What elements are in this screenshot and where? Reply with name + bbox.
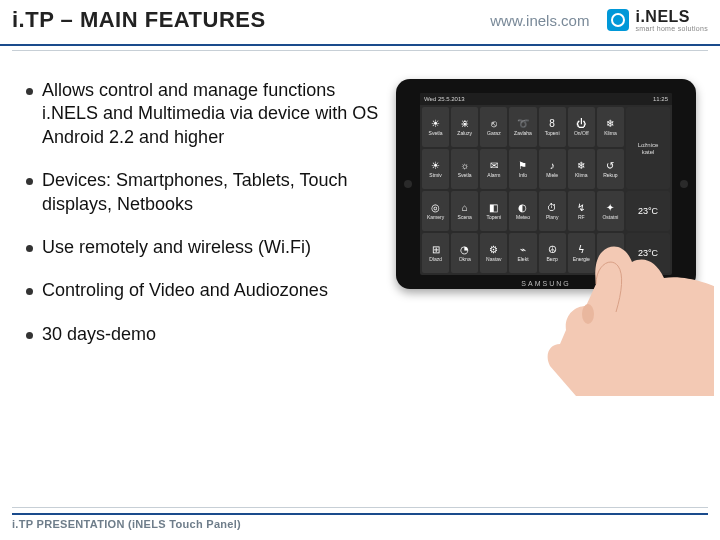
tablet-illustration: Wed 25.5.2013 11:25 ☀Svetla⛯Zaluzy⎋Garaz… (396, 79, 706, 366)
app-tile[interactable]: ↯RF (568, 191, 595, 231)
app-tile[interactable]: 8Topeni (539, 107, 566, 147)
tile-icon: ✉ (490, 161, 498, 171)
logo-icon (607, 9, 629, 31)
slide-footer: i.TP PRESENTATION (iNELS Touch Panel) (12, 507, 708, 530)
tile-label: Topeni (545, 131, 560, 136)
tile-label: More (605, 257, 616, 262)
status-bar: Wed 25.5.2013 11:25 (420, 93, 672, 105)
tile-icon: ☀ (431, 161, 440, 171)
list-item: Controling of Video and Audiozones (24, 279, 388, 302)
app-tile[interactable]: ⚑Info (509, 149, 536, 189)
tablet-screen: Wed 25.5.2013 11:25 ☀Svetla⛯Zaluzy⎋Garaz… (420, 93, 672, 275)
app-tile[interactable]: ◐Meteo (509, 191, 536, 231)
list-item: Allows control and manage functions i.NE… (24, 79, 388, 149)
tile-icon: ⏱ (547, 203, 557, 213)
tile-label: Zaluzy (457, 131, 472, 136)
tile-label: Dlazd (429, 257, 442, 262)
tile-icon: ⏻ (576, 119, 586, 129)
tablet-frame: Wed 25.5.2013 11:25 ☀Svetla⛯Zaluzy⎋Garaz… (396, 79, 696, 289)
app-tile[interactable]: ❄Klima (597, 107, 624, 147)
tile-icon: ⚙ (489, 245, 498, 255)
tile-icon: ↺ (606, 161, 614, 171)
tile-label: Klima (604, 131, 617, 136)
tile-label: Elekt (517, 257, 528, 262)
app-tile[interactable]: ✦Ostatni (597, 191, 624, 231)
tile-icon: ⌁ (520, 245, 526, 255)
tile-label: Klima (575, 173, 588, 178)
tile-icon: ◧ (489, 203, 498, 213)
tile-icon: ☀ (431, 119, 440, 129)
app-tile[interactable]: ⌂Scena (451, 191, 478, 231)
app-tile[interactable]: ◔Okna (451, 233, 478, 273)
tile-icon: ↯ (577, 203, 585, 213)
tile-label: Plany (546, 215, 559, 220)
tile-icon: ✦ (606, 203, 614, 213)
list-item: 30 days-demo (24, 323, 388, 346)
tile-label: Bezp (546, 257, 557, 262)
tile-label: On/Off (574, 131, 589, 136)
tile-label: Miele (546, 173, 558, 178)
tile-label: Garaz (487, 131, 501, 136)
statusbar-date: Wed 25.5.2013 (424, 96, 465, 102)
app-tile[interactable]: ⏻On/Off (568, 107, 595, 147)
side-panel-temp[interactable]: 23°C (626, 191, 670, 231)
app-tile[interactable]: ➰Zavlaha (509, 107, 536, 147)
app-tile[interactable]: ⌁Elekt (509, 233, 536, 273)
app-tile[interactable]: ⚙Nastav (480, 233, 507, 273)
side-panel-room[interactable]: Ložnicekatel (626, 107, 670, 189)
logo-text: i.NELS (635, 9, 708, 25)
tile-icon: ❄ (606, 119, 614, 129)
list-item: Use remotely and wireless (Wi.Fi) (24, 236, 388, 259)
list-item: Devices: Smartphones, Tablets, Touch dis… (24, 169, 388, 216)
tile-icon: ⛯ (460, 119, 470, 129)
tile-label: RF (578, 215, 585, 220)
app-tile[interactable]: ⊞Dlazd (422, 233, 449, 273)
footer-text: i.TP PRESENTATION (iNELS Touch Panel) (12, 513, 708, 530)
app-tile[interactable]: ◧Topeni (480, 191, 507, 231)
tile-label: Scena (458, 215, 472, 220)
app-tile[interactable]: ⎋Garaz (480, 107, 507, 147)
tile-label: Kamery (427, 215, 444, 220)
app-tile[interactable]: ⏱Plany (539, 191, 566, 231)
tile-label: Ostatni (602, 215, 618, 220)
tile-label: Meteo (516, 215, 530, 220)
app-tile[interactable]: ✉Alarm (480, 149, 507, 189)
tile-icon: ϟ (578, 245, 585, 255)
app-tile[interactable]: ◎Kamery (422, 191, 449, 231)
app-tile[interactable]: ❄Klima (568, 149, 595, 189)
app-tile[interactable]: ☀Svetla (422, 107, 449, 147)
tile-label: Stmiv (429, 173, 442, 178)
app-tile[interactable]: ♪Miele (539, 149, 566, 189)
app-tile[interactable]: ⋯More (597, 233, 624, 273)
tile-icon: ◐ (518, 203, 527, 213)
page-title: i.TP – MAIN FEATURES (12, 7, 490, 33)
svg-point-0 (582, 304, 594, 324)
tile-icon: ⚑ (518, 161, 527, 171)
tile-label: Svetla (458, 173, 472, 178)
tile-icon: ➰ (517, 119, 529, 129)
tile-label: Info (519, 173, 527, 178)
app-tile[interactable]: ☮Bezp (539, 233, 566, 273)
app-tile[interactable]: ⛯Zaluzy (451, 107, 478, 147)
tile-label: Okna (459, 257, 471, 262)
app-grid: ☀Svetla⛯Zaluzy⎋Garaz➰Zavlaha8Topeni⏻On/O… (420, 105, 672, 275)
app-tile[interactable]: ☀Stmiv (422, 149, 449, 189)
logo-tagline: smart home solutions (635, 25, 708, 32)
tile-label: Alarm (487, 173, 500, 178)
side-panel-temp[interactable]: 23°C (626, 233, 670, 273)
tablet-brand-label: SAMSUNG (521, 280, 570, 287)
tile-icon: ☮ (548, 245, 557, 255)
tile-label: Topeni (486, 215, 501, 220)
tile-icon: ⋯ (605, 245, 615, 255)
tile-label: Svetla (429, 131, 443, 136)
app-tile[interactable]: ↺Rekup (597, 149, 624, 189)
side-label: Ložnice (638, 142, 659, 148)
slide-header: i.TP – MAIN FEATURES www.inels.com i.NEL… (0, 0, 720, 46)
app-tile[interactable]: ϟEnergie (568, 233, 595, 273)
temp-value: 23°C (638, 206, 658, 216)
app-tile[interactable]: ☼Svetla (451, 149, 478, 189)
tile-label: Nastav (486, 257, 502, 262)
feature-list: Allows control and manage functions i.NE… (24, 79, 388, 366)
tile-label: Rekup (603, 173, 617, 178)
site-url: www.inels.com (490, 12, 589, 29)
